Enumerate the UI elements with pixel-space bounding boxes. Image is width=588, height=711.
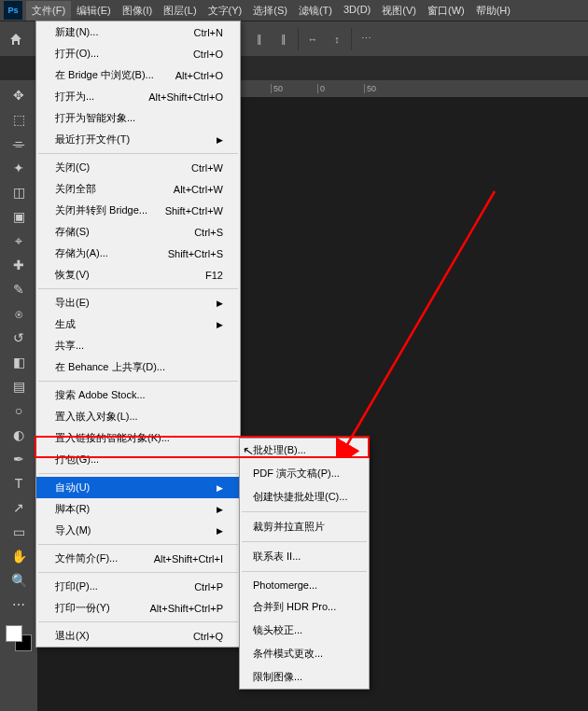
menu-item-shortcut: Alt+Ctrl+W [174, 184, 223, 195]
menu-item[interactable]: 退出(X)Ctrl+Q [36, 625, 240, 647]
home-icon[interactable] [4, 27, 28, 51]
menu-item[interactable]: 生成▶ [36, 314, 240, 335]
submenu-item[interactable]: 批处理(B)... [240, 439, 369, 462]
menu-item-label: 导入(M) [55, 523, 91, 537]
submenu-item[interactable]: PDF 演示文稿(P)... [240, 462, 369, 485]
menu-item[interactable]: 导入(M)▶ [36, 520, 240, 541]
more-btn[interactable]: ⋯ [356, 29, 376, 49]
menu-3d[interactable]: 3D(D) [338, 1, 376, 21]
text-tool-icon[interactable]: T [7, 472, 30, 495]
menu-item-shortcut: Alt+Shift+Ctrl+I [154, 553, 223, 565]
menu-item[interactable]: 关闭(C)Ctrl+W [36, 157, 240, 178]
menu-文件[interactable]: 文件(F) [26, 1, 71, 21]
menu-item[interactable]: 关闭并转到 Bridge...Shift+Ctrl+W [36, 200, 240, 221]
lasso-tool-icon[interactable]: ⌯ [7, 132, 30, 155]
menu-item[interactable]: 关闭全部Alt+Ctrl+W [36, 178, 240, 200]
submenu-item[interactable]: 创建快捷批处理(C)... [240, 485, 369, 509]
submenu-item[interactable]: 限制图像... [240, 665, 369, 689]
more-tool-icon[interactable]: ⋯ [7, 593, 30, 616]
menu-图像[interactable]: 图像(I) [117, 1, 158, 21]
menu-item[interactable]: 打印(P)...Ctrl+P [36, 576, 240, 597]
menu-separator [242, 541, 367, 542]
hand-tool-icon[interactable]: ✋ [7, 545, 30, 567]
menu-图层[interactable]: 图层(L) [158, 1, 202, 21]
path-tool-icon[interactable]: ↗ [7, 496, 30, 519]
menu-item[interactable]: 搜索 Adobe Stock... [36, 384, 240, 406]
menu-item[interactable]: 存储(S)Ctrl+S [36, 221, 240, 243]
menu-视图[interactable]: 视图(V) [376, 1, 422, 21]
submenu-item[interactable]: Photomerge... [240, 575, 369, 595]
stamp-tool-icon[interactable]: ⍟ [7, 302, 30, 325]
submenu-arrow-icon: ▶ [217, 483, 223, 493]
menu-item-label: 存储为(A)... [55, 246, 108, 260]
color-swatches[interactable] [6, 625, 32, 651]
brush-tool-icon[interactable]: ✎ [7, 278, 30, 300]
menu-item-label: 打印一份(Y) [55, 601, 110, 615]
menu-item-shortcut: Ctrl+P [194, 581, 223, 592]
menu-item-label: 最近打开文件(T) [55, 132, 130, 146]
submenu-item[interactable]: 联系表 II... [240, 545, 369, 568]
menu-item-label: 关闭并转到 Bridge... [55, 203, 147, 217]
menu-item[interactable]: 打印一份(Y)Alt+Shift+Ctrl+P [36, 597, 240, 619]
tool-panel: ✥⬚⌯✦◫▣⌖✚✎⍟↺◧▤○◐✒T↗▭✋🔍⋯ [0, 80, 37, 711]
history-tool-icon[interactable]: ↺ [7, 327, 30, 349]
dist-btn[interactable]: ↔ [302, 29, 323, 49]
menu-item[interactable]: 存储为(A)...Shift+Ctrl+S [36, 243, 240, 264]
menu-item[interactable]: 最近打开文件(T)▶ [36, 129, 240, 150]
menu-文字[interactable]: 文字(Y) [203, 1, 248, 21]
blur-tool-icon[interactable]: ○ [7, 399, 30, 422]
menu-item[interactable]: 恢复(V)F12 [36, 264, 240, 286]
menu-item[interactable]: 在 Bridge 中浏览(B)...Alt+Ctrl+O [36, 64, 240, 86]
submenu-item[interactable]: 条件模式更改... [240, 642, 369, 665]
menu-item[interactable]: 置入嵌入对象(L)... [36, 406, 240, 427]
menu-选择[interactable]: 选择(S) [247, 1, 293, 21]
menu-item[interactable]: 共享... [36, 335, 240, 356]
submenu-item[interactable]: 裁剪并拉直照片 [240, 515, 369, 538]
file-menu-dropdown: 新建(N)...Ctrl+N打开(O)...Ctrl+O在 Bridge 中浏览… [35, 21, 241, 648]
crop-tool-icon[interactable]: ◫ [7, 181, 30, 203]
menu-窗口[interactable]: 窗口(W) [422, 1, 470, 21]
submenu-arrow-icon: ▶ [217, 320, 223, 329]
menu-item-shortcut: Ctrl+O [193, 49, 223, 60]
move-tool-icon[interactable]: ✥ [7, 84, 30, 106]
marquee-tool-icon[interactable]: ⬚ [7, 108, 30, 131]
submenu-item[interactable]: 合并到 HDR Pro... [240, 595, 369, 619]
menu-编辑[interactable]: 编辑(E) [71, 1, 117, 21]
submenu-item[interactable]: 镜头校正... [240, 619, 369, 642]
menu-separator [38, 544, 238, 545]
menu-滤镜[interactable]: 滤镜(T) [293, 1, 338, 21]
menu-item[interactable]: 文件简介(F)...Alt+Shift+Ctrl+I [36, 548, 240, 569]
menu-item[interactable]: 打开为...Alt+Shift+Ctrl+O [36, 86, 240, 107]
dist-btn[interactable]: ‖ [249, 29, 270, 49]
menu-item-label: 打开(O)... [55, 47, 99, 61]
gradient-tool-icon[interactable]: ▤ [7, 375, 30, 397]
heal-tool-icon[interactable]: ✚ [7, 254, 30, 276]
menu-item[interactable]: 打开(O)...Ctrl+O [36, 43, 240, 64]
menu-item[interactable]: 打开为智能对象... [36, 107, 240, 129]
dist-btn[interactable]: ‖ [273, 29, 294, 49]
menu-item[interactable]: 在 Behance 上共享(D)... [36, 356, 240, 378]
rect-tool-icon[interactable]: ▭ [7, 521, 30, 543]
menu-帮助[interactable]: 帮助(H) [470, 1, 516, 21]
pen-tool-icon[interactable]: ✒ [7, 448, 30, 470]
menu-item[interactable]: 导出(E)▶ [36, 292, 240, 314]
eyedrop-tool-icon[interactable]: ⌖ [7, 230, 30, 252]
menu-item[interactable]: 置入链接的智能对象(K)... [36, 427, 240, 449]
menu-item-shortcut: Alt+Shift+Ctrl+P [149, 603, 223, 614]
menu-item-label: 打印(P)... [55, 579, 98, 593]
menu-item[interactable]: 打包(G)... [36, 449, 240, 470]
submenu-arrow-icon: ▶ [217, 505, 223, 514]
frame-tool-icon[interactable]: ▣ [7, 205, 30, 228]
menu-item[interactable]: 自动(U)▶ [36, 477, 240, 498]
menu-item-label: 恢复(V) [55, 268, 90, 282]
wand-tool-icon[interactable]: ✦ [7, 157, 30, 179]
eraser-tool-icon[interactable]: ◧ [7, 351, 30, 373]
menu-item[interactable]: 脚本(R)▶ [36, 498, 240, 520]
menu-item[interactable]: 新建(N)...Ctrl+N [36, 21, 240, 43]
dodge-tool-icon[interactable]: ◐ [7, 424, 30, 446]
menu-item-label: 搜索 Adobe Stock... [55, 388, 146, 402]
zoom-tool-icon[interactable]: 🔍 [7, 569, 30, 592]
menu-item-label: 置入嵌入对象(L)... [55, 410, 138, 424]
dist-btn[interactable]: ↕ [327, 29, 347, 49]
menu-item-label: 生成 [55, 317, 76, 331]
